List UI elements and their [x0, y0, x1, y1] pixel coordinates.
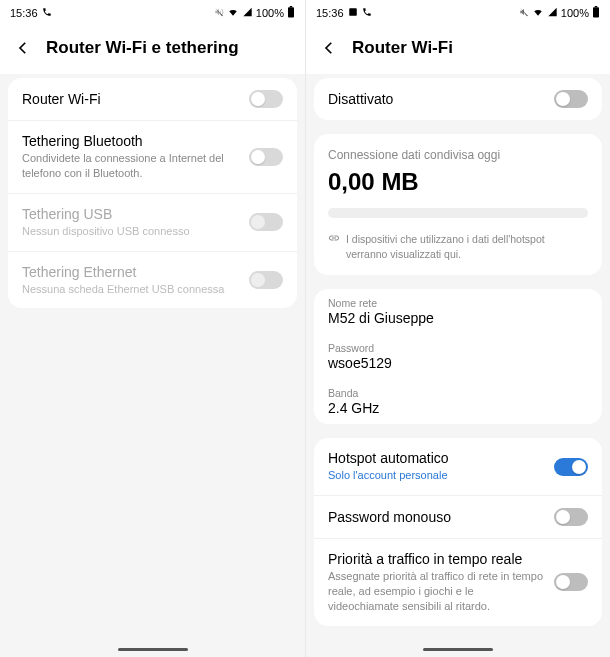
wifi-icon	[227, 7, 239, 19]
screen-tethering-settings: 15:36 100% Router Wi-Fi e tethering	[0, 0, 305, 657]
toggle-hotspot-auto[interactable]	[554, 458, 588, 476]
signal-icon	[242, 7, 253, 19]
card-data-usage: Connessione dati condivisa oggi 0,00 MB …	[314, 134, 602, 275]
row-password-once[interactable]: Password monouso	[314, 495, 602, 538]
row-password[interactable]: Password wsoe5129	[314, 334, 602, 379]
svg-rect-3	[593, 7, 599, 17]
toggle-tethering-ethernet	[249, 271, 283, 289]
hint-text: I dispositivi che utilizzano i dati dell…	[346, 232, 588, 261]
toggle-router-wifi[interactable]	[249, 90, 283, 108]
row-tethering-usb: Tethering USB Nessun dispositivo USB con…	[8, 193, 297, 251]
battery-icon	[592, 6, 600, 20]
row-subtitle: Nessun dispositivo USB connesso	[22, 224, 241, 239]
back-icon[interactable]	[320, 39, 338, 57]
kv-value: M52 di Giuseppe	[328, 310, 588, 326]
toggle-tethering-usb	[249, 213, 283, 231]
home-indicator[interactable]	[118, 648, 188, 651]
header: Router Wi-Fi	[306, 26, 610, 74]
mute-icon	[214, 7, 224, 19]
toggle-password-once[interactable]	[554, 508, 588, 526]
row-subtitle: Solo l'account personale	[328, 468, 546, 483]
card-state: Disattivato	[314, 78, 602, 120]
row-title: Tethering USB	[22, 206, 241, 222]
row-router-wifi[interactable]: Router Wi-Fi	[8, 78, 297, 120]
row-title: Router Wi-Fi	[22, 91, 241, 107]
kv-label: Banda	[328, 387, 588, 399]
row-band[interactable]: Banda 2.4 GHz	[314, 379, 602, 424]
toggle-hotspot-state[interactable]	[554, 90, 588, 108]
row-title: Password monouso	[328, 509, 546, 525]
battery-icon	[287, 6, 295, 20]
card-network-settings: Nome rete M52 di Giuseppe Password wsoe5…	[314, 289, 602, 424]
signal-icon	[547, 7, 558, 19]
gallery-icon	[348, 7, 358, 19]
link-icon	[328, 232, 340, 248]
home-indicator[interactable]	[423, 648, 493, 651]
kv-label: Password	[328, 342, 588, 354]
mute-icon	[519, 7, 529, 19]
row-network-name[interactable]: Nome rete M52 di Giuseppe	[314, 289, 602, 334]
svg-rect-4	[595, 6, 597, 7]
data-usage-hint: I dispositivi che utilizzano i dati dell…	[328, 232, 588, 261]
card-hotspot-options: Hotspot automatico Solo l'account person…	[314, 438, 602, 625]
call-icon	[42, 7, 52, 19]
data-usage-progress	[328, 208, 588, 218]
status-time: 15:36	[10, 7, 38, 19]
row-title: Priorità a traffico in tempo reale	[328, 551, 546, 567]
row-subtitle: Assegnate priorità al traffico di rete i…	[328, 569, 546, 614]
row-subtitle: Condividete la connessione a Internet de…	[22, 151, 241, 181]
row-tethering-bluetooth[interactable]: Tethering Bluetooth Condividete la conne…	[8, 120, 297, 193]
row-realtime-priority[interactable]: Priorità a traffico in tempo reale Asseg…	[314, 538, 602, 626]
back-icon[interactable]	[14, 39, 32, 57]
header: Router Wi-Fi e tethering	[0, 26, 305, 74]
page-title: Router Wi-Fi	[352, 38, 453, 58]
row-tethering-ethernet: Tethering Ethernet Nessuna scheda Ethern…	[8, 251, 297, 309]
row-hotspot-state[interactable]: Disattivato	[314, 78, 602, 120]
battery-text: 100%	[561, 7, 589, 19]
status-bar: 15:36 100%	[0, 0, 305, 26]
tethering-list: Router Wi-Fi Tethering Bluetooth Condivi…	[8, 78, 297, 308]
svg-rect-0	[288, 7, 294, 17]
toggle-realtime-priority[interactable]	[554, 573, 588, 591]
row-title: Hotspot automatico	[328, 450, 546, 466]
row-hotspot-auto[interactable]: Hotspot automatico Solo l'account person…	[314, 438, 602, 495]
kv-value: 2.4 GHz	[328, 400, 588, 416]
row-subtitle: Nessuna scheda Ethernet USB connessa	[22, 282, 241, 297]
row-title: Tethering Bluetooth	[22, 133, 241, 149]
svg-rect-1	[290, 6, 292, 7]
status-bar: 15:36 100%	[306, 0, 610, 26]
state-label: Disattivato	[328, 91, 546, 107]
svg-rect-2	[349, 8, 357, 16]
page-title: Router Wi-Fi e tethering	[46, 38, 239, 58]
status-time: 15:36	[316, 7, 344, 19]
row-title: Tethering Ethernet	[22, 264, 241, 280]
call-icon	[362, 7, 372, 19]
wifi-icon	[532, 7, 544, 19]
battery-text: 100%	[256, 7, 284, 19]
data-usage-label: Connessione dati condivisa oggi	[328, 148, 588, 162]
toggle-tethering-bluetooth[interactable]	[249, 148, 283, 166]
kv-label: Nome rete	[328, 297, 588, 309]
data-usage-value: 0,00 MB	[328, 168, 588, 196]
screen-router-wifi-detail: 15:36 100% Ro	[305, 0, 610, 657]
kv-value: wsoe5129	[328, 355, 588, 371]
